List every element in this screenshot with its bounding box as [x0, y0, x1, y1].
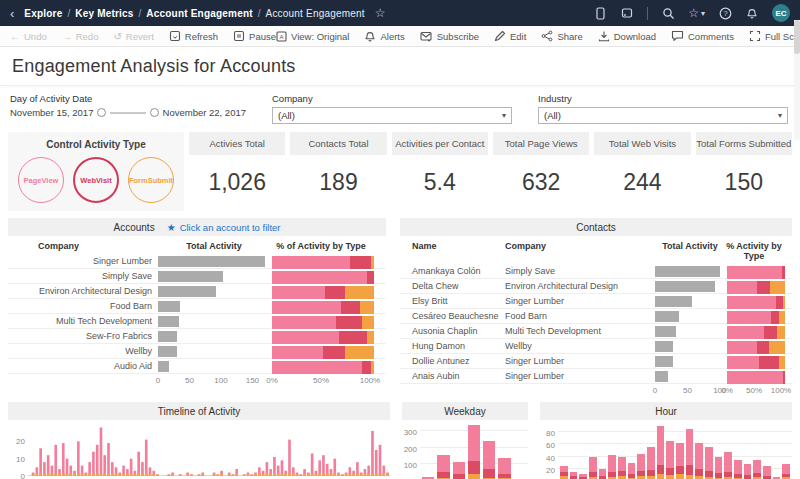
- favorites-star-icon[interactable]: ☆▾: [688, 6, 705, 20]
- bar[interactable]: [715, 457, 723, 479]
- hour-title: Hour: [655, 406, 677, 417]
- bar[interactable]: [468, 425, 480, 479]
- activity-type-formsubmit-button[interactable]: FormSubmit: [128, 157, 174, 203]
- company-label: Food Barn: [505, 311, 655, 321]
- y-tick: 80: [546, 429, 555, 438]
- table-row[interactable]: Environ Architectural Design: [8, 284, 386, 299]
- y-tick: 20: [16, 437, 25, 446]
- table-row[interactable]: Multi Tech Development: [8, 314, 386, 329]
- table-row[interactable]: Ausonia ChaplinMulti Tech Development: [400, 324, 792, 339]
- bar[interactable]: [570, 472, 578, 479]
- bar[interactable]: [686, 429, 694, 479]
- axis-tick: 0: [653, 386, 657, 395]
- bar-segment: [637, 454, 645, 471]
- vertical-scrollbar[interactable]: [794, 20, 800, 140]
- breadcrumb-segment[interactable]: Account Engagement: [146, 8, 252, 19]
- refresh-button[interactable]: Refresh: [169, 30, 218, 42]
- breadcrumb-segment[interactable]: Account Engagement: [266, 8, 365, 19]
- bar[interactable]: [657, 426, 665, 479]
- bar[interactable]: [782, 464, 790, 479]
- industry-filter-select[interactable]: (All) ▾: [538, 107, 788, 124]
- favorite-star-icon[interactable]: ☆: [375, 6, 386, 20]
- bar[interactable]: [744, 464, 752, 479]
- breadcrumb-segment[interactable]: Explore: [24, 8, 62, 19]
- table-row[interactable]: Elsy BrittSinger Lumber: [400, 294, 792, 309]
- kpi-card: Activities per Contact5.4: [392, 132, 488, 211]
- click-account-hint[interactable]: ★Click an account to filter: [167, 222, 281, 233]
- hint-text: Click an account to filter: [180, 222, 281, 233]
- bar[interactable]: [763, 466, 771, 479]
- bar[interactable]: [705, 447, 713, 479]
- bar[interactable]: [579, 474, 587, 479]
- activity-type-pageview-button[interactable]: PageView: [18, 157, 64, 203]
- toolbar-item-label: Download: [614, 31, 656, 42]
- bar[interactable]: [666, 441, 674, 479]
- bar[interactable]: [589, 457, 597, 479]
- table-row[interactable]: Audio Aid: [8, 359, 386, 374]
- table-row[interactable]: Singer Lumber: [8, 254, 386, 269]
- edit-button[interactable]: Edit: [494, 30, 526, 42]
- breadcrumb-segment[interactable]: Key Metrics: [75, 8, 133, 19]
- bar[interactable]: [483, 441, 495, 479]
- bar[interactable]: [618, 457, 626, 479]
- bar[interactable]: [498, 458, 510, 479]
- table-row[interactable]: Cesáreo BeauchesneFood Barn: [400, 309, 792, 324]
- kpi-label: Contacts Total: [290, 132, 386, 155]
- full-screen-button[interactable]: Full Screen: [749, 30, 800, 42]
- company-label: Wellby: [505, 341, 655, 351]
- bar[interactable]: [599, 469, 607, 479]
- table-row[interactable]: Anais AubinSinger Lumber: [400, 369, 792, 384]
- bar-segment: [666, 468, 674, 475]
- timeline-area-chart[interactable]: [28, 424, 390, 476]
- bell-icon[interactable]: [745, 6, 759, 20]
- pct-bar-cell: [727, 311, 785, 322]
- bar[interactable]: [560, 466, 568, 479]
- phone-icon[interactable]: [593, 6, 607, 20]
- view-original-button[interactable]: AView: Original: [276, 31, 349, 42]
- axis-tick: 100%: [360, 376, 380, 385]
- bar[interactable]: [734, 460, 742, 479]
- contacts-axis: 0501000%50%100%: [400, 384, 792, 396]
- comments-button[interactable]: Comments: [671, 30, 734, 42]
- back-icon[interactable]: ‹: [10, 6, 14, 21]
- bar[interactable]: [637, 454, 645, 479]
- bar[interactable]: [676, 443, 684, 479]
- slider-right-handle[interactable]: [150, 108, 159, 117]
- pct-stacked-bar: [272, 301, 374, 314]
- activity-type-webvisit-button[interactable]: WebVisit: [73, 157, 119, 203]
- subscribe-button[interactable]: Subscribe: [420, 31, 479, 42]
- table-row[interactable]: Delta ChewEnviron Architectural Design: [400, 279, 792, 294]
- bar[interactable]: [753, 460, 761, 479]
- scrollbar-thumb[interactable]: [794, 20, 800, 54]
- slider-left-handle[interactable]: [97, 108, 106, 117]
- bar[interactable]: [724, 452, 732, 479]
- bar[interactable]: [647, 447, 655, 479]
- table-row[interactable]: Amankaya ColónSimply Save: [400, 264, 792, 279]
- bar-segment: [727, 266, 782, 279]
- bar[interactable]: [628, 463, 636, 479]
- avatar[interactable]: EC: [772, 4, 790, 22]
- company-filter-select[interactable]: (All) ▾: [272, 107, 512, 124]
- table-row[interactable]: Simply Save: [8, 269, 386, 284]
- share-button[interactable]: Share: [541, 30, 582, 42]
- table-row[interactable]: Wellby: [8, 344, 386, 359]
- axis-tick: 50%: [746, 386, 762, 395]
- table-row[interactable]: Sew-Fro Fabrics: [8, 329, 386, 344]
- help-icon[interactable]: ?: [718, 6, 732, 20]
- slider-track[interactable]: [110, 112, 145, 114]
- search-icon[interactable]: [661, 6, 675, 20]
- timeline-plot-wrap: 01020: [8, 424, 390, 476]
- bar[interactable]: [453, 462, 465, 479]
- server-icon[interactable]: [620, 6, 634, 20]
- bar[interactable]: [695, 443, 703, 479]
- bar[interactable]: [608, 455, 616, 479]
- alerts-button[interactable]: Alerts: [364, 30, 404, 42]
- table-row[interactable]: Dollie AntunezSinger Lumber: [400, 354, 792, 369]
- bar-segment: [686, 429, 694, 465]
- kpi-card: Total Forms Submitted150: [696, 132, 792, 211]
- table-row[interactable]: Food Barn: [8, 299, 386, 314]
- table-row[interactable]: Hung DamonWellby: [400, 339, 792, 354]
- download-button[interactable]: Download: [598, 30, 656, 42]
- pause-button[interactable]: Pause: [233, 30, 276, 42]
- bar[interactable]: [437, 455, 449, 479]
